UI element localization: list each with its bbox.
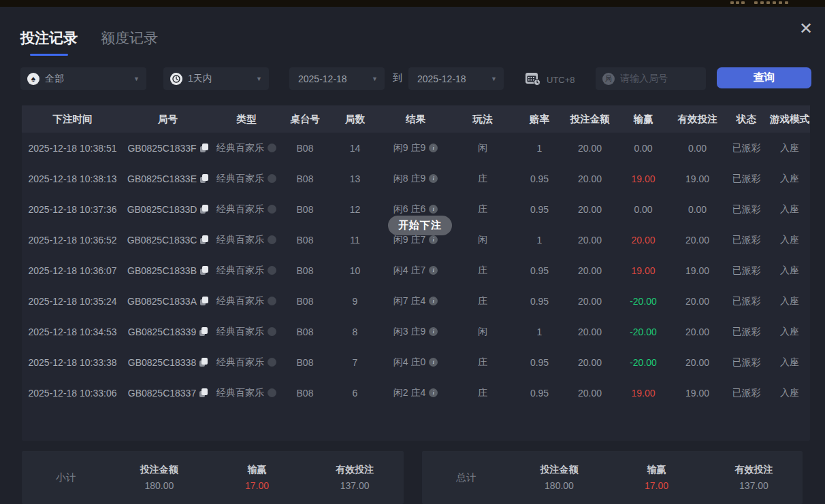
cell-odds-text: 0.95	[530, 357, 549, 368]
cell-time-text: 2025-12-18 10:38:51	[29, 143, 117, 154]
info-icon[interactable]: i	[429, 297, 438, 305]
chevron-down-icon: ▼	[372, 75, 378, 82]
cell-result: 闲9 庄7i	[381, 234, 451, 246]
copy-icon[interactable]	[199, 358, 208, 367]
info-icon[interactable]: i	[429, 266, 438, 275]
col-table-no: 桌台号	[280, 113, 329, 126]
table-row: 2025-12-18 10:33:06GB0825C18337经典百家乐B086…	[22, 377, 810, 408]
cell-table-text: B08	[297, 173, 314, 184]
game-type-select[interactable]: ♠ 全部 ▼	[20, 67, 146, 90]
cell-odds-text: 1	[537, 143, 543, 154]
cell-games: 13	[329, 173, 381, 184]
copy-icon[interactable]	[199, 388, 208, 397]
copy-icon[interactable]	[200, 174, 208, 183]
game-type-dot-icon	[268, 174, 276, 183]
date-from-select[interactable]: 2025-12-18 ▼	[289, 67, 385, 90]
cell-bet-text: 20.00	[578, 173, 602, 184]
tab-bet-records[interactable]: 投注记录	[20, 29, 78, 54]
cell-valid-text: 19.00	[685, 388, 709, 399]
chip-dot	[785, 1, 788, 4]
date-to-select[interactable]: 2025-12-18 ▼	[408, 67, 504, 90]
cell-mode: 入座	[769, 265, 810, 277]
cell-round-text: GB0825C18339	[128, 326, 196, 337]
chip-dot	[773, 1, 776, 4]
copy-icon[interactable]	[199, 327, 208, 336]
subtotal-panel: 小计 投注金额 180.00 输赢 17.00 有效投注 137.00	[22, 451, 404, 504]
cell-table-text: B08	[297, 204, 314, 215]
close-icon[interactable]: ✕	[796, 19, 815, 38]
cell-type: 经典百家乐	[212, 326, 280, 338]
copy-icon[interactable]	[200, 297, 208, 305]
total-bet-amount: 投注金额 180.00	[511, 464, 608, 491]
info-icon[interactable]: i	[429, 205, 438, 214]
cell-round-text: GB0825C1833C	[127, 235, 197, 246]
cell-status-text: 已派彩	[732, 265, 761, 277]
cell-games: 7	[329, 357, 381, 368]
cell-table: B08	[280, 204, 329, 215]
cell-valid-text: 19.00	[685, 173, 709, 184]
cell-valid-text: 0.00	[688, 204, 707, 215]
cell-bet: 20.00	[564, 326, 615, 337]
cell-play: 闲	[451, 234, 515, 246]
info-icon[interactable]: i	[429, 388, 438, 397]
cell-mode: 入座	[769, 326, 810, 338]
total-bet-header: 投注金额	[511, 464, 608, 476]
cell-winloss: 19.00	[615, 173, 671, 184]
time-range-select[interactable]: 1天内 ▼	[163, 67, 269, 90]
cell-mode: 入座	[769, 203, 810, 216]
cell-status-text: 已派彩	[732, 142, 761, 154]
cell-time: 2025-12-18 10:38:13	[22, 173, 123, 184]
col-game-mode: 游戏模式	[769, 113, 810, 126]
subtotal-winloss-value: 17.00	[208, 480, 306, 491]
cell-type-text: 经典百家乐	[216, 356, 264, 369]
cell-games-text: 6	[353, 388, 358, 399]
cell-type-text: 经典百家乐	[216, 387, 264, 399]
date-from-value: 2025-12-18	[289, 73, 347, 84]
cell-bet: 20.00	[564, 388, 615, 399]
info-icon[interactable]: i	[429, 174, 438, 183]
col-game-count: 局数	[329, 113, 381, 126]
tab-quota-records[interactable]: 额度记录	[101, 29, 158, 54]
cell-type: 经典百家乐	[212, 142, 280, 154]
cell-status-text: 已派彩	[732, 387, 761, 399]
info-icon[interactable]: i	[429, 327, 438, 336]
cell-bet: 20.00	[564, 204, 615, 215]
cell-mode-text: 入座	[780, 142, 799, 154]
copy-icon[interactable]	[200, 235, 208, 244]
cell-time-text: 2025-12-18 10:35:24	[29, 296, 117, 307]
cell-result: 闲8 庄9i	[381, 173, 451, 185]
cell-mode-text: 入座	[780, 326, 799, 338]
cell-table: B08	[280, 357, 329, 368]
calendar-clock-icon	[524, 70, 541, 89]
cell-status-text: 已派彩	[732, 173, 761, 185]
cell-odds: 1	[515, 326, 564, 337]
col-odds: 赔率	[515, 113, 564, 126]
cell-winloss-text: 19.00	[631, 173, 655, 184]
cell-bet-text: 20.00	[578, 204, 602, 215]
cell-valid: 20.00	[671, 357, 724, 368]
info-icon[interactable]: i	[429, 144, 438, 152]
chevron-down-icon: ▼	[491, 75, 497, 82]
chevron-down-icon: ▼	[133, 75, 140, 82]
total-panel: 总计 投注金额 180.00 输赢 17.00 有效投注 137.00	[422, 451, 803, 504]
cell-mode-text: 入座	[780, 387, 799, 399]
cell-winloss: 0.00	[615, 204, 671, 215]
cell-type-text: 经典百家乐	[216, 142, 264, 154]
copy-icon[interactable]	[200, 266, 208, 275]
copy-icon[interactable]	[200, 144, 208, 152]
round-search-input[interactable]: 局 请输入局号	[596, 67, 706, 90]
cell-valid-text: 0.00	[688, 143, 707, 154]
copy-icon[interactable]	[200, 205, 208, 214]
cell-result-text: 闲9 庄9	[393, 142, 425, 154]
info-icon[interactable]: i	[429, 235, 438, 244]
chip-dot	[779, 1, 782, 4]
cell-type: 经典百家乐	[212, 173, 280, 185]
subtotal-bet-amount: 投注金额 180.00	[110, 464, 208, 491]
cell-odds-text: 0.95	[530, 296, 549, 307]
cell-time-text: 2025-12-18 10:33:38	[29, 357, 117, 368]
cell-games: 11	[329, 235, 381, 246]
cell-odds: 1	[515, 235, 564, 246]
cell-status: 已派彩	[724, 326, 769, 338]
search-button[interactable]: 查询	[717, 67, 811, 88]
info-icon[interactable]: i	[429, 358, 438, 367]
